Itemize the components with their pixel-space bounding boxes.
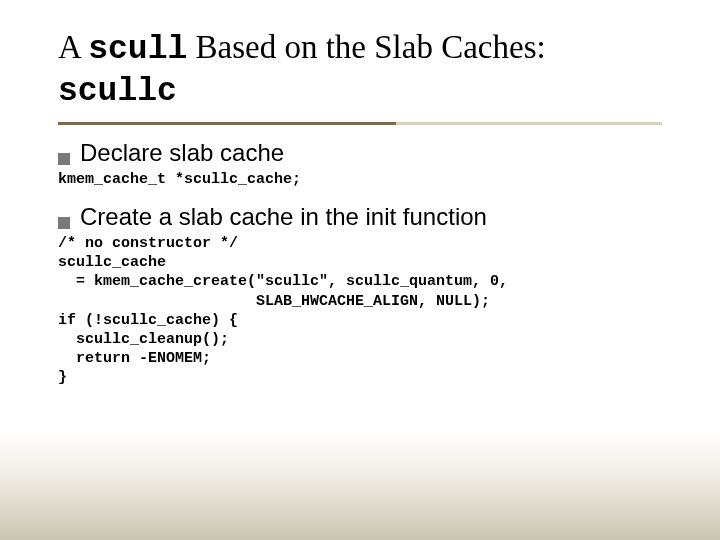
title-divider [58, 122, 662, 125]
code-block: kmem_cache_t *scullc_cache; [58, 170, 662, 189]
slide: A scull Based on the Slab Caches: scullc… [0, 0, 720, 540]
title-mid: Based on the Slab Caches: [187, 29, 545, 65]
bullet-item: Declare slab cache [58, 139, 662, 167]
slide-content: Declare slab cache kmem_cache_t *scullc_… [58, 139, 662, 388]
divider-light [396, 122, 662, 125]
title-pre: A [58, 29, 88, 65]
divider-dark [58, 122, 396, 125]
bullet-square-icon [58, 217, 70, 229]
bullet-square-icon [58, 153, 70, 165]
code-block: /* no constructor */ scullc_cache = kmem… [58, 234, 662, 388]
bullet-item: Create a slab cache in the init function [58, 203, 662, 231]
bullet-text: Create a slab cache in the init function [80, 203, 487, 231]
title-mono-scullc: scullc [58, 73, 177, 110]
bullet-text: Declare slab cache [80, 139, 284, 167]
title-mono-scull: scull [88, 31, 187, 68]
slide-title: A scull Based on the Slab Caches: scullc [58, 28, 662, 112]
